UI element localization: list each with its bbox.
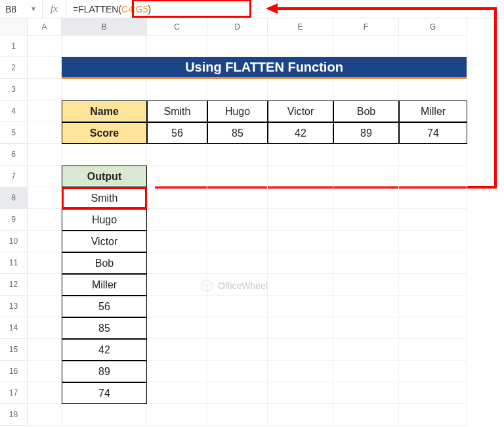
cell[interactable] [147, 252, 207, 274]
cell[interactable] [147, 35, 207, 57]
cell[interactable] [207, 209, 268, 231]
cell[interactable] [399, 317, 467, 339]
col-header[interactable]: F [333, 18, 399, 35]
cell[interactable] [147, 231, 207, 252]
cell[interactable] [333, 296, 399, 317]
row-header[interactable]: 16 [0, 361, 28, 382]
cell[interactable] [147, 404, 207, 426]
row-header[interactable]: 10 [0, 231, 28, 252]
output-cell[interactable]: Miller [62, 274, 147, 296]
col-header[interactable]: D [207, 18, 268, 35]
cell[interactable] [333, 404, 399, 426]
cell[interactable] [147, 144, 207, 166]
cell[interactable] [28, 404, 62, 426]
cell[interactable] [207, 296, 268, 317]
cell[interactable] [207, 144, 268, 166]
output-cell[interactable]: 89 [62, 361, 147, 382]
cell[interactable] [28, 187, 62, 209]
cell[interactable] [28, 101, 62, 122]
cell[interactable] [207, 231, 268, 252]
score-cell[interactable]: 89 [333, 122, 399, 144]
row-header[interactable]: 14 [0, 317, 28, 339]
cell[interactable] [147, 339, 207, 361]
cell[interactable] [147, 79, 207, 101]
output-cell-selected[interactable]: Smith [62, 187, 147, 209]
output-cell[interactable]: Bob [62, 252, 147, 274]
cell[interactable] [399, 404, 467, 426]
cell[interactable] [268, 209, 333, 231]
cell[interactable] [207, 382, 268, 404]
name-cell[interactable]: Miller [399, 101, 467, 122]
row-header[interactable]: 13 [0, 296, 28, 317]
row-header[interactable]: 9 [0, 209, 28, 231]
cell[interactable] [399, 296, 467, 317]
cell[interactable] [399, 231, 467, 252]
name-header[interactable]: Name [62, 101, 147, 122]
cell[interactable] [399, 35, 467, 57]
select-all-corner[interactable] [0, 18, 28, 35]
col-header[interactable]: E [268, 18, 333, 35]
row-header[interactable]: 6 [0, 144, 28, 166]
cell[interactable] [333, 144, 399, 166]
row-header[interactable]: 8 [0, 187, 28, 209]
row-header[interactable]: 7 [0, 166, 28, 187]
cell[interactable] [28, 166, 62, 187]
output-cell[interactable]: 85 [62, 317, 147, 339]
cell[interactable] [147, 296, 207, 317]
row-header[interactable]: 12 [0, 274, 28, 296]
name-cell[interactable]: Victor [268, 101, 333, 122]
cell[interactable] [28, 209, 62, 231]
cell[interactable] [399, 339, 467, 361]
cell[interactable] [207, 166, 268, 187]
fx-icon[interactable]: fx [43, 0, 66, 18]
output-cell[interactable]: Victor [62, 231, 147, 252]
cell[interactable] [207, 339, 268, 361]
page-title[interactable]: Using FLATTEN Function [62, 57, 467, 79]
cell[interactable] [268, 35, 333, 57]
cell[interactable] [268, 274, 333, 296]
cell[interactable] [62, 404, 147, 426]
row-header[interactable]: 15 [0, 339, 28, 361]
cell[interactable] [147, 187, 207, 209]
cell[interactable] [147, 382, 207, 404]
cell[interactable] [207, 404, 268, 426]
cell[interactable] [28, 339, 62, 361]
cell[interactable] [28, 231, 62, 252]
name-cell[interactable]: Bob [333, 101, 399, 122]
cell[interactable] [399, 382, 467, 404]
score-header[interactable]: Score [62, 122, 147, 144]
cell[interactable] [333, 35, 399, 57]
cell[interactable] [333, 166, 399, 187]
name-cell[interactable]: Hugo [207, 101, 268, 122]
cell[interactable] [147, 274, 207, 296]
cell[interactable] [333, 209, 399, 231]
cell[interactable] [28, 317, 62, 339]
cell[interactable] [28, 144, 62, 166]
row-header[interactable]: 2 [0, 57, 28, 79]
cell[interactable] [399, 187, 467, 209]
col-header[interactable]: G [399, 18, 467, 35]
cell[interactable] [333, 339, 399, 361]
cell[interactable] [333, 252, 399, 274]
name-box[interactable]: B8 ▼ [0, 0, 43, 18]
cell[interactable] [207, 361, 268, 382]
col-header[interactable]: C [147, 18, 207, 35]
col-header[interactable]: B [62, 18, 147, 35]
cell[interactable] [399, 79, 467, 101]
cell[interactable] [268, 296, 333, 317]
cell[interactable] [268, 382, 333, 404]
cell[interactable] [268, 361, 333, 382]
cell[interactable] [399, 209, 467, 231]
cell[interactable] [333, 231, 399, 252]
cell[interactable] [399, 274, 467, 296]
cell[interactable] [268, 79, 333, 101]
cell[interactable] [268, 166, 333, 187]
cell[interactable] [28, 79, 62, 101]
row-header[interactable]: 1 [0, 35, 28, 57]
cell[interactable] [268, 339, 333, 361]
row-header[interactable]: 17 [0, 382, 28, 404]
cell[interactable] [207, 317, 268, 339]
cell[interactable] [28, 296, 62, 317]
cell[interactable] [147, 317, 207, 339]
score-cell[interactable]: 42 [268, 122, 333, 144]
